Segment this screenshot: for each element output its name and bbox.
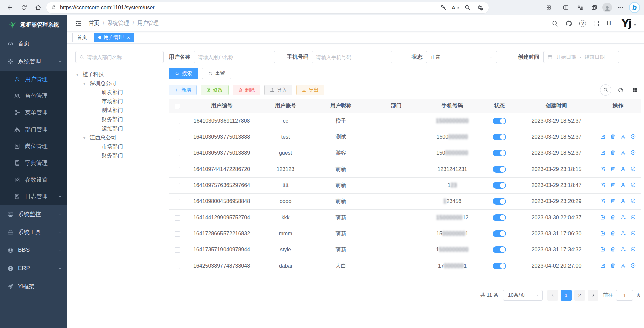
tree-node[interactable]: 财务部门 [75,115,169,124]
row-delete-button[interactable] [610,246,616,252]
row-reset-password-button[interactable] [620,134,626,139]
row-edit-button[interactable] [600,134,606,139]
row-checkbox[interactable] [175,231,180,237]
status-toggle[interactable] [493,166,506,173]
read-aloud-icon[interactable]: A [450,3,460,13]
row-reset-password-button[interactable] [620,150,626,155]
sidebar-item-dept-mgmt[interactable]: 部门管理 [0,121,67,138]
status-toggle[interactable] [493,182,506,189]
font-size-icon[interactable]: tT [607,20,612,27]
row-assign-role-button[interactable] [630,166,636,172]
date-end-placeholder[interactable]: 结束日期 [585,54,605,60]
row-delete-button[interactable] [610,214,616,220]
row-edit-button[interactable] [600,230,606,236]
sidebar-collapse-icon[interactable] [72,17,85,30]
header-search-icon[interactable] [552,20,558,27]
add-button[interactable]: 新增 [169,85,197,95]
url-text[interactable]: https://ccnetcore.com:1101/system/user [60,5,438,11]
row-assign-role-button[interactable] [630,263,636,268]
password-key-icon[interactable] [438,3,448,13]
row-reset-password-button[interactable] [620,182,626,188]
browser-back-icon[interactable] [4,2,15,13]
sidebar-item-log-mgmt[interactable]: 日志管理 [0,188,67,205]
browser-home-icon[interactable] [32,2,44,13]
bing-copilot-icon[interactable]: b [629,2,640,13]
dept-search-input[interactable] [87,54,160,60]
row-assign-role-button[interactable] [630,214,636,220]
row-reset-password-button[interactable] [620,230,626,236]
edit-button[interactable]: 修改 [201,85,229,95]
show-search-toggle-button[interactable] [600,84,611,96]
extensions-icon[interactable] [543,2,554,13]
sidebar-item-system-tools[interactable]: 系统工具 [0,223,67,241]
row-reset-password-button[interactable] [620,246,626,252]
status-toggle[interactable] [493,118,506,124]
table-row[interactable]: 1641735719040978944 style 萌新 1500000000 … [169,242,641,258]
status-toggle[interactable] [493,214,506,221]
status-toggle[interactable] [493,263,506,269]
tree-node[interactable]: 市场部门 [75,97,169,106]
search-button[interactable]: 搜索 [169,68,198,79]
row-reset-password-button[interactable] [620,166,626,172]
sidebar-item-user-mgmt[interactable]: 用户管理 [0,71,67,87]
tab-user-mgmt[interactable]: 用户管理 × [94,33,134,42]
favorites-bar-icon[interactable] [574,2,586,13]
row-edit-button[interactable] [600,198,606,204]
row-checkbox[interactable] [175,199,180,204]
date-start-placeholder[interactable]: 开始日期 [556,54,576,60]
tree-node[interactable]: 财务部门 [75,151,169,160]
row-delete-button[interactable] [610,230,616,236]
next-page-button[interactable] [588,290,598,301]
status-select[interactable]: 正常 [426,51,497,63]
browser-refresh-icon[interactable] [18,2,30,13]
column-settings-button[interactable] [630,85,640,95]
github-icon[interactable] [565,20,572,27]
goto-page-input[interactable] [616,290,633,301]
page-button-2[interactable]: 2 [574,290,585,301]
row-checkbox[interactable] [175,264,180,269]
row-reset-password-button[interactable] [620,214,626,220]
table-row[interactable]: 1641441299095752704 kkk 萌新 1500000012 20… [169,209,641,226]
row-edit-button[interactable] [600,214,606,220]
row-delete-button[interactable] [610,150,616,155]
table-row[interactable]: 1641097576365297664 tttt 萌新 123 2023-03-… [169,177,641,193]
status-toggle[interactable] [493,246,506,253]
table-row[interactable]: 1641098004586958848 oooo 萌新 123456 2023-… [169,193,641,209]
tree-node[interactable]: 运维部门 [75,124,169,133]
row-edit-button[interactable] [600,263,606,268]
sidebar-item-dict-mgmt[interactable]: 字典管理 [0,154,67,171]
row-delete-button[interactable] [610,182,616,188]
favorite-star-icon[interactable] [475,3,485,13]
prev-page-button[interactable] [547,290,558,301]
tree-node[interactable]: 测试部门 [75,106,169,115]
row-checkbox[interactable] [175,215,180,221]
breadcrumb-system[interactable]: 系统管理 [107,20,129,27]
row-delete-button[interactable] [610,134,616,139]
sidebar-item-role-mgmt[interactable]: 角色管理 [0,87,67,104]
status-toggle[interactable] [493,134,506,140]
sidebar-item-system-monitor[interactable]: 系统监控 [0,205,67,223]
row-checkbox[interactable] [175,135,180,140]
row-edit-button[interactable] [600,166,606,172]
import-button[interactable]: 导入 [264,85,292,95]
url-bar[interactable]: https://ccnetcore.com:1101/system/user A [46,2,489,13]
tree-node[interactable]: 研发部门 [75,88,169,97]
tree-node[interactable]: 市场部门 [75,142,169,151]
sidebar-item-system-mgmt[interactable]: 系统管理 [0,52,67,71]
table-row[interactable]: 1641030593691127808 cc 橙子 1500000000 202… [169,113,641,129]
sidebar-item-menu-mgmt[interactable]: 菜单管理 [0,104,67,121]
status-toggle[interactable] [493,150,506,156]
collections-icon[interactable] [588,2,600,13]
reset-button[interactable]: 重置 [202,68,231,79]
row-assign-role-button[interactable] [630,182,636,188]
split-screen-icon[interactable] [560,2,572,13]
row-checkbox[interactable] [175,151,180,156]
row-delete-button[interactable] [610,198,616,204]
help-icon[interactable]: ? [579,20,586,27]
sidebar-item-erp[interactable]: ERP [0,259,67,277]
sidebar-item-param-settings[interactable]: 参数设置 [0,171,67,188]
tab-close-icon[interactable]: × [127,35,130,40]
sidebar-item-bbs[interactable]: BBS [0,241,67,259]
app-logo[interactable]: 意框架管理系统 [0,15,67,34]
page-button-1[interactable]: 1 [561,290,572,301]
